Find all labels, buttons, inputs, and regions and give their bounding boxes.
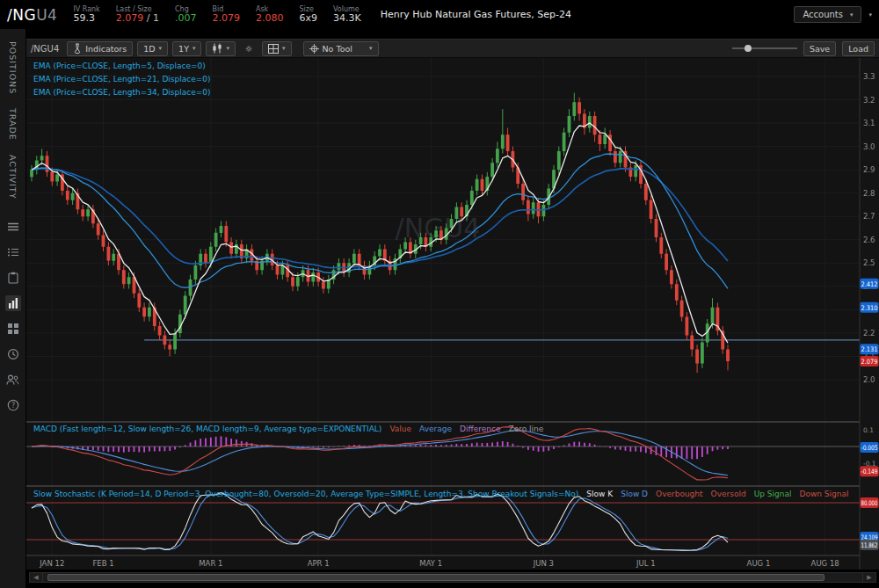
- order-list-icon[interactable]: [5, 244, 21, 260]
- scrollbar-thumb[interactable]: [47, 574, 825, 581]
- svg-text:80.000: 80.000: [861, 499, 878, 507]
- svg-text:2.8: 2.8: [863, 189, 875, 198]
- scrollbar-track[interactable]: ◀ ▶: [29, 572, 876, 583]
- chart-type-dropdown[interactable]: ▾: [206, 41, 236, 56]
- svg-text:0.1: 0.1: [863, 426, 874, 434]
- zoom-slider-knob[interactable]: [745, 45, 752, 52]
- chevron-down-icon: ▾: [159, 45, 163, 52]
- indicators-button[interactable]: Indicators: [67, 41, 133, 56]
- load-button[interactable]: Load: [842, 41, 875, 56]
- svg-text:2.9: 2.9: [863, 165, 875, 174]
- candlestick-icon: [212, 43, 222, 54]
- chevron-down-icon: ▾: [282, 45, 286, 52]
- drawing-tool-dropdown[interactable]: No Tool ▾: [303, 41, 379, 56]
- quote-field-chg: Chg .007: [175, 5, 197, 25]
- quote-field-size: Size 6x9: [299, 5, 317, 25]
- trading-app: /NGU4 IV Rank 59.3 Last / Size 2.079 / 1…: [0, 0, 879, 588]
- svg-text:3.2: 3.2: [863, 96, 875, 105]
- chart-settings-gear-icon[interactable]: [240, 41, 258, 56]
- svg-text:2.2: 2.2: [863, 329, 875, 338]
- svg-text:2.310: 2.310: [861, 304, 878, 312]
- svg-text:2.131: 2.131: [861, 345, 878, 353]
- layout-grid-icon: [268, 44, 279, 54]
- svg-text:-0.005: -0.005: [861, 444, 878, 452]
- svg-text:2.6: 2.6: [863, 236, 875, 244]
- grid-apps-icon[interactable]: [5, 321, 21, 337]
- chart-icon[interactable]: [5, 295, 21, 311]
- svg-text:MAR 1: MAR 1: [199, 559, 222, 568]
- users-icon[interactable]: [5, 372, 21, 388]
- chart-layout-dropdown[interactable]: ▾: [262, 41, 292, 56]
- scroll-right-arrow-icon[interactable]: ▶: [862, 573, 875, 582]
- svg-text:2.412: 2.412: [861, 280, 878, 288]
- svg-text:?: ?: [11, 401, 14, 409]
- chart-symbol-label: /NGU4: [31, 44, 59, 54]
- horizontal-scrollbar: ◀ ▶: [26, 570, 879, 588]
- accounts-dropdown[interactable]: Accounts ▾: [794, 6, 861, 23]
- quote-field-ask: Ask 2.080: [256, 5, 284, 25]
- chart-body: /NGU43.33.23.13.02.92.82.72.62.52.42.32.…: [26, 58, 879, 570]
- svg-text:3.0: 3.0: [863, 142, 875, 151]
- svg-text:AUG 1: AUG 1: [747, 559, 771, 568]
- help-icon[interactable]: ?: [5, 397, 21, 413]
- quote-field-bid: Bid 2.079: [212, 5, 240, 25]
- header-gap: [26, 29, 879, 39]
- save-button[interactable]: Save: [803, 41, 836, 56]
- svg-text:FEB 1: FEB 1: [92, 559, 113, 568]
- zoom-slider[interactable]: [732, 42, 797, 54]
- svg-text:JUN 3: JUN 3: [533, 559, 554, 568]
- quote-header: /NGU4 IV Rank 59.3 Last / Size 2.079 / 1…: [0, 0, 879, 29]
- svg-text:3.1: 3.1: [863, 119, 875, 127]
- scroll-left-arrow-icon[interactable]: ◀: [30, 573, 43, 582]
- chart-module: /NGU4 Indicators 1D ▾ 1Y ▾ ▾: [26, 29, 879, 588]
- svg-text:APR 1: APR 1: [308, 559, 330, 568]
- symbol-root: /NG: [7, 6, 36, 24]
- svg-text:2.5: 2.5: [863, 258, 875, 267]
- sidebar-tab-activity[interactable]: ACTIVITY: [8, 155, 18, 199]
- symbol-month: U4: [36, 6, 57, 24]
- svg-text:JAN 12: JAN 12: [39, 559, 64, 568]
- chevron-down-icon: ▾: [850, 11, 854, 18]
- svg-text:MAY 1: MAY 1: [419, 559, 442, 568]
- price-chart-canvas[interactable]: /NGU43.33.23.13.02.92.82.72.62.52.42.32.…: [26, 58, 879, 570]
- sidebar-tab-positions[interactable]: POSITIONS: [8, 41, 18, 94]
- zoom-slider-track: [732, 47, 797, 49]
- quote-field-volume: Volume 34.3K: [333, 5, 361, 25]
- history-clock-icon[interactable]: [5, 346, 21, 362]
- flask-icon: [73, 43, 82, 54]
- watchlist-rows-icon[interactable]: [5, 219, 21, 235]
- svg-text:2.7: 2.7: [863, 212, 875, 221]
- svg-text:3.3: 3.3: [863, 72, 875, 81]
- clipboard-icon[interactable]: [5, 270, 21, 286]
- quote-field-iv-rank: IV Rank 59.3: [73, 5, 99, 25]
- symbol-title: /NGU4: [7, 6, 57, 24]
- svg-text:AUG 18: AUG 18: [811, 559, 839, 568]
- chevron-down-icon: ▾: [369, 45, 373, 52]
- svg-text:-0.149: -0.149: [861, 468, 878, 475]
- crosshair-icon: [309, 44, 319, 54]
- svg-text:-0.1: -0.1: [863, 460, 876, 468]
- aggregation-dropdown[interactable]: 1D ▾: [137, 41, 168, 56]
- chevron-down-icon: ▾: [193, 45, 196, 52]
- chart-toolbar: /NGU4 Indicators 1D ▾ 1Y ▾ ▾: [26, 39, 879, 58]
- range-dropdown[interactable]: 1Y ▾: [172, 41, 201, 56]
- chevron-down-icon: ▾: [226, 45, 229, 52]
- quote-field-last-size: Last / Size 2.079 / 1: [116, 5, 159, 25]
- left-sidebar: POSITIONS TRADE ACTIVITY: [0, 29, 26, 588]
- sidebar-tab-trade[interactable]: TRADE: [8, 108, 18, 141]
- collapse-chevron-icon[interactable]: ▾: [868, 11, 872, 18]
- svg-text:2.0: 2.0: [863, 375, 875, 384]
- contract-description: Henry Hub Natural Gas Futures, Sep-24: [381, 9, 571, 20]
- svg-text:JUL 1: JUL 1: [636, 559, 656, 568]
- svg-text:2.079: 2.079: [861, 358, 878, 366]
- svg-text:11.862: 11.862: [861, 541, 878, 549]
